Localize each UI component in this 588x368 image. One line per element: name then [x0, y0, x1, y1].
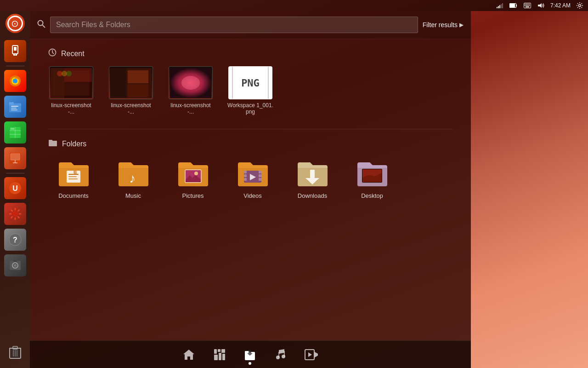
search-icon	[37, 20, 45, 30]
svg-rect-3	[501, 4, 502, 8]
folders-section-header: Folders	[48, 138, 452, 149]
launcher-item-screenshot[interactable]	[3, 253, 28, 278]
svg-rect-71	[128, 70, 148, 83]
launcher-item-ubuntu-one[interactable]: U	[3, 176, 28, 201]
svg-rect-91	[310, 170, 315, 178]
svg-rect-72	[128, 84, 148, 97]
svg-rect-15	[527, 5, 528, 6]
svg-rect-96	[218, 349, 220, 352]
launcher-item-trash[interactable]	[3, 339, 28, 364]
launcher-item-presentation[interactable]	[3, 146, 28, 171]
file-thumbnail	[109, 66, 153, 99]
launcher-item-help[interactable]: ?	[3, 227, 28, 252]
folder-name-label: Downloads	[298, 192, 327, 199]
folders-icon	[48, 138, 57, 149]
list-item[interactable]: linux-screenshot-...	[48, 66, 94, 115]
file-thumbnail	[49, 66, 93, 99]
launcher-sidebar: U ?	[0, 11, 30, 368]
svg-rect-28	[9, 102, 14, 105]
launcher-item-usb-creator[interactable]	[3, 39, 28, 63]
list-item[interactable]: Videos	[227, 156, 278, 199]
svg-rect-6	[510, 4, 514, 7]
list-item[interactable]: Desktop	[347, 156, 397, 199]
svg-rect-38	[11, 154, 20, 160]
file-name-label: linux-screenshot-...	[168, 102, 214, 115]
list-item[interactable]: linux-screenshot-...	[168, 66, 214, 115]
folder-icon-desktop	[354, 156, 390, 189]
dock-item-home[interactable]	[182, 349, 195, 361]
screenshot-preview-2	[109, 67, 153, 99]
recent-section-header: Recent	[48, 48, 452, 59]
firefox-icon	[4, 70, 26, 92]
svg-point-23	[15, 54, 16, 55]
ubuntu-logo-icon	[6, 14, 25, 33]
launcher-item-system-settings[interactable]	[3, 201, 28, 226]
list-item[interactable]: Documents	[48, 156, 99, 199]
help-icon: ?	[4, 229, 26, 251]
svg-rect-36	[11, 128, 14, 130]
filter-results-button[interactable]: Filter results ▶	[423, 21, 464, 29]
folder-icon-music: ♪	[115, 156, 152, 189]
launcher-item-ubuntu[interactable]	[3, 11, 28, 36]
list-item[interactable]: linux-screenshot-...	[108, 66, 154, 115]
list-item[interactable]: ♪ Music	[108, 156, 158, 199]
file-thumbnail	[169, 66, 213, 99]
list-item[interactable]: Pictures	[168, 156, 218, 199]
svg-marker-107	[315, 352, 318, 357]
svg-text:U: U	[12, 184, 18, 192]
filter-arrow-icon: ▶	[459, 22, 464, 28]
dock-item-files[interactable]	[244, 348, 256, 361]
svg-rect-89	[259, 178, 261, 181]
dash-content: Recent	[30, 39, 471, 340]
svg-point-26	[13, 79, 17, 83]
recent-section-label: Recent	[61, 50, 85, 58]
svg-line-59	[43, 25, 45, 28]
search-input[interactable]	[50, 17, 418, 33]
list-item[interactable]: Downloads	[287, 156, 338, 199]
dock-item-apps[interactable]	[214, 349, 226, 361]
launcher-item-calc[interactable]	[3, 120, 28, 145]
svg-point-103	[282, 355, 285, 358]
svg-rect-97	[221, 349, 225, 353]
recent-icon	[48, 48, 57, 59]
folder-name-label: Desktop	[361, 192, 383, 199]
launcher-item-files[interactable]	[3, 94, 28, 119]
dash-window: Filter results ▶ Recent	[30, 11, 471, 368]
svg-rect-9	[525, 4, 526, 5]
dock-item-music[interactable]	[274, 348, 286, 361]
list-item[interactable]: PNG Workspace 1_001.png	[227, 66, 273, 115]
folders-grid: Documents ♪ Music	[48, 156, 452, 199]
desktop-area	[471, 11, 588, 368]
svg-rect-48	[13, 260, 17, 262]
svg-rect-30	[11, 108, 17, 109]
svg-rect-86	[244, 178, 247, 181]
trash-icon	[4, 341, 26, 363]
folder-name-label: Videos	[243, 192, 262, 199]
svg-rect-85	[244, 174, 247, 177]
folders-section: Folders	[48, 129, 452, 199]
launcher-item-firefox[interactable]	[3, 69, 28, 93]
screenshot-preview	[50, 67, 93, 99]
svg-point-74	[181, 76, 200, 90]
svg-rect-21	[14, 47, 17, 51]
svg-rect-29	[11, 106, 18, 107]
svg-rect-13	[525, 5, 526, 6]
svg-rect-95	[214, 349, 217, 354]
screenshot-preview-3	[169, 67, 212, 99]
time-display: 7:42 AM	[550, 2, 571, 9]
keyboard-icon	[523, 2, 532, 9]
svg-point-19	[579, 5, 581, 7]
screenshot-icon	[4, 254, 26, 276]
settings-panel-icon[interactable]	[575, 2, 584, 9]
png-icon: PNG	[232, 66, 269, 99]
system-settings-icon	[4, 203, 26, 225]
svg-rect-87	[259, 171, 261, 173]
svg-rect-0	[497, 7, 498, 8]
svg-rect-16	[529, 5, 530, 6]
dock-item-video[interactable]	[305, 349, 318, 360]
folder-name-label: Pictures	[182, 192, 204, 199]
svg-rect-17	[526, 6, 529, 7]
svg-rect-76	[68, 174, 79, 175]
svg-rect-31	[11, 109, 17, 110]
svg-point-102	[276, 356, 280, 359]
